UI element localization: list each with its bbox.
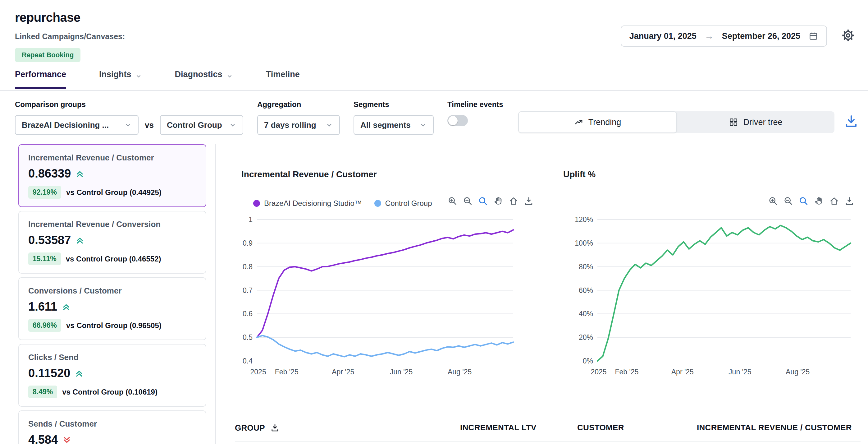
comparison-groups-label: Comparison groups (15, 100, 243, 109)
table-header-divider (235, 442, 861, 442)
svg-text:Feb '25: Feb '25 (615, 368, 639, 376)
metric-uplift-badge: 8.49% (28, 386, 57, 398)
metric-card-incremental-revenue-customer[interactable]: Incremental Revenue / Customer 0.86339 9… (18, 144, 206, 207)
comparison-groups: Comparison groups BrazeAI Decisioning ..… (15, 100, 243, 135)
chart-title-incremental-revenue: Incremental Revenue / Customer (241, 170, 377, 179)
trend-up-icon (75, 236, 85, 245)
legend-label: Control Group (385, 199, 432, 208)
zoom-in-icon[interactable] (447, 196, 458, 206)
timeline-events-label: Timeline events (447, 100, 503, 109)
metric-card-conversions-customer[interactable]: Conversions / Customer 1.611 66.96% vs C… (18, 277, 206, 340)
chart-title-uplift: Uplift % (563, 170, 595, 179)
svg-text:0.4: 0.4 (243, 357, 253, 365)
svg-text:100%: 100% (575, 239, 593, 247)
download-chart-icon[interactable] (524, 196, 534, 206)
chevron-down-icon (124, 121, 132, 129)
metric-vs-text: vs Control Group (0.46552) (66, 255, 161, 263)
trending-icon (574, 118, 583, 127)
metric-value: 1.611 (28, 300, 57, 314)
chevron-down-icon (135, 73, 142, 80)
group-a-value: BrazeAI Decisioning ... (22, 120, 109, 130)
timeline-events-toggle[interactable] (447, 115, 468, 126)
pan-hand-icon[interactable] (493, 196, 504, 206)
box-zoom-icon[interactable] (478, 196, 488, 206)
group-a-dropdown[interactable]: BrazeAI Decisioning ... (15, 115, 138, 135)
tab-label: Timeline (266, 70, 300, 79)
column-incremental-ltv: INCREMENTAL LTV (460, 423, 536, 433)
chevron-down-icon (229, 121, 237, 129)
chevron-down-icon (226, 73, 233, 80)
svg-text:40%: 40% (579, 310, 593, 318)
box-zoom-icon[interactable] (798, 196, 809, 206)
date-range-picker[interactable]: January 01, 2025 → September 26, 2025 (621, 26, 827, 47)
legend-label: BrazeAI Decisioning Studio™ (264, 199, 362, 208)
metric-card-sends-customer[interactable]: Sends / Customer 4.584 (18, 410, 206, 444)
linked-campaigns-label: Linked Campaigns/Canvases: (15, 32, 125, 41)
download-chart-icon[interactable] (844, 196, 855, 206)
tab-label: Performance (15, 70, 66, 79)
segments-label: Segments (353, 100, 434, 109)
pan-hand-icon[interactable] (814, 196, 824, 206)
legend-dot-blue (374, 200, 381, 207)
timeline-events-group: Timeline events (447, 100, 503, 126)
driver-tree-icon (729, 118, 738, 127)
tab-label: Insights (99, 70, 131, 79)
metric-vs-text: vs Control Group (0.44925) (66, 188, 161, 197)
trending-button[interactable]: Trending (518, 111, 677, 133)
linked-campaign-chip[interactable]: Repeat Booking (15, 48, 81, 62)
svg-text:0.8: 0.8 (243, 263, 253, 271)
svg-text:1: 1 (249, 215, 253, 224)
metric-uplift-badge: 15.11% (28, 253, 61, 265)
driver-tree-button[interactable]: Driver tree (677, 111, 834, 133)
tab-insights[interactable]: Insights (99, 70, 142, 89)
legend-item-brazeai[interactable]: BrazeAI Decisioning Studio™ (253, 199, 362, 208)
trend-up-icon (62, 302, 71, 312)
page-title: repurchase (15, 10, 125, 25)
tab-timeline[interactable]: Timeline (266, 70, 300, 89)
tab-performance[interactable]: Performance (15, 70, 66, 89)
zoom-out-icon[interactable] (463, 196, 473, 206)
uplift-chart[interactable]: 0%20%40%60%80%100%120%2025Feb '25Apr '25… (568, 213, 855, 378)
gear-icon[interactable] (841, 28, 856, 43)
legend-item-control-group[interactable]: Control Group (374, 199, 432, 208)
arrow-right-icon: → (705, 31, 714, 41)
group-b-dropdown[interactable]: Control Group (160, 115, 243, 135)
tab-diagnostics[interactable]: Diagnostics (175, 70, 233, 89)
svg-text:60%: 60% (579, 286, 593, 294)
incremental-revenue-chart[interactable]: 0.40.50.60.70.80.912025Feb '25Apr '25Jun… (230, 213, 518, 378)
metric-title: Incremental Revenue / Conversion (28, 219, 196, 229)
zoom-out-icon[interactable] (783, 196, 794, 206)
tab-bar: Performance Insights Diagnostics Timelin… (15, 70, 300, 89)
aggregation-group: Aggregation 7 days rolling (257, 100, 340, 135)
svg-text:Jun '25: Jun '25 (390, 368, 412, 376)
svg-text:0.6: 0.6 (243, 310, 253, 318)
download-icon[interactable] (844, 114, 859, 129)
home-icon[interactable] (829, 196, 839, 206)
download-table-icon[interactable] (270, 423, 280, 433)
tab-label: Diagnostics (175, 70, 222, 79)
svg-text:0.9: 0.9 (243, 239, 253, 247)
svg-text:80%: 80% (579, 263, 593, 271)
group-table-header: GROUP INCREMENTAL LTV CUSTOMER INCREMENT… (235, 420, 861, 442)
zoom-in-icon[interactable] (768, 196, 778, 206)
metric-card-clicks-send[interactable]: Clicks / Send 0.11520 8.49% vs Control G… (18, 344, 206, 407)
metric-value: 0.86339 (28, 167, 71, 180)
chart-modebar (768, 196, 855, 206)
metric-card-incremental-revenue-conversion[interactable]: Incremental Revenue / Conversion 0.53587… (18, 211, 206, 274)
home-icon[interactable] (508, 196, 519, 206)
view-switcher: Trending Driver tree (518, 111, 834, 133)
metric-title: Sends / Customer (28, 419, 196, 429)
chevron-down-icon (420, 121, 427, 129)
trend-up-icon (75, 169, 85, 178)
aggregation-value: 7 days rolling (264, 120, 316, 130)
metric-title: Incremental Revenue / Customer (28, 153, 196, 162)
driver-tree-label: Driver tree (743, 118, 782, 127)
metric-vs-text: vs Control Group (0.96505) (66, 321, 161, 330)
toggle-knob (448, 116, 458, 125)
aggregation-dropdown[interactable]: 7 days rolling (257, 115, 340, 135)
svg-text:0.5: 0.5 (243, 333, 253, 342)
chart-legend: BrazeAI Decisioning Studio™ Control Grou… (253, 199, 432, 208)
segments-dropdown[interactable]: All segments (353, 115, 434, 135)
svg-text:120%: 120% (575, 215, 593, 224)
column-customer: CUSTOMER (577, 423, 624, 433)
